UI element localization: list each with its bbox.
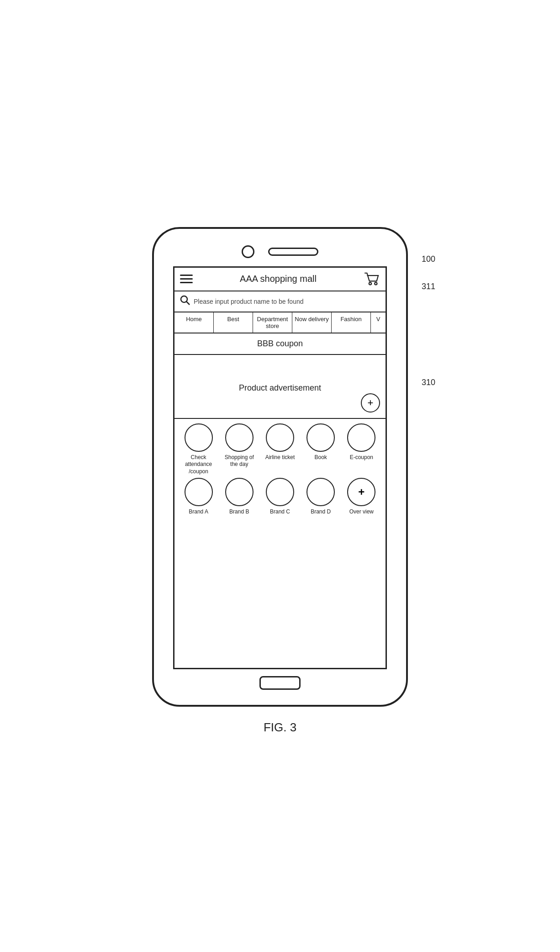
- icon-circle-brand-b: [225, 478, 254, 506]
- icon-overview[interactable]: + Over view: [343, 478, 380, 516]
- add-icon: +: [368, 397, 374, 409]
- icon-circle-check-attendance: [185, 423, 213, 452]
- icon-check-attendance[interactable]: Check attendance /coupon: [180, 423, 217, 476]
- tab-department-store[interactable]: Department store: [253, 312, 292, 333]
- phone-top-area: [154, 243, 406, 261]
- icon-airline-ticket[interactable]: Airline ticket: [261, 423, 299, 461]
- icon-circle-book: [306, 423, 335, 452]
- header-bar: AAA shopping mall: [174, 268, 386, 291]
- tab-more[interactable]: V: [371, 312, 386, 333]
- annotation-310: 310: [422, 378, 435, 387]
- svg-point-0: [369, 282, 371, 285]
- tab-home[interactable]: Home: [174, 312, 214, 333]
- phone-shell: AAA shopping mall: [152, 227, 408, 707]
- icon-circle-shopping-day: [225, 423, 254, 452]
- icon-label-book: Book: [314, 454, 327, 461]
- icon-label-ecoupon: E-coupon: [350, 454, 373, 461]
- annotation-311: 311: [422, 282, 435, 291]
- icon-label-brand-a: Brand A: [189, 508, 208, 516]
- svg-line-3: [186, 301, 190, 305]
- header-title: AAA shopping mall: [240, 274, 317, 284]
- icon-circle-brand-c: [266, 478, 294, 506]
- ad-text: Product advertisement: [239, 383, 321, 393]
- page-wrapper: 100 311 310 AAA shopping mall: [152, 209, 408, 744]
- phone-speaker: [268, 248, 318, 256]
- icon-ecoupon[interactable]: E-coupon: [343, 423, 380, 461]
- ad-area: Product advertisement +: [174, 355, 386, 419]
- tab-fashion[interactable]: Fashion: [332, 312, 371, 333]
- icon-circle-overview: +: [347, 478, 375, 506]
- search-icon: [180, 295, 190, 307]
- icon-book[interactable]: Book: [302, 423, 339, 461]
- icon-label-shopping-day: Shopping of the day: [221, 454, 258, 468]
- cart-icon[interactable]: [364, 272, 380, 286]
- icons-grid: Check attendance /coupon Shopping of the…: [174, 419, 386, 520]
- icon-brand-c[interactable]: Brand C: [261, 478, 299, 516]
- icon-circle-brand-a: [185, 478, 213, 506]
- svg-point-2: [181, 296, 187, 302]
- icon-circle-brand-d: [306, 478, 335, 506]
- annotation-100: 100: [422, 254, 435, 264]
- add-advertisement-button[interactable]: +: [361, 393, 380, 413]
- icon-brand-b[interactable]: Brand B: [221, 478, 258, 516]
- coupon-banner[interactable]: BBB coupon: [174, 333, 386, 355]
- icon-label-brand-b: Brand B: [229, 508, 249, 516]
- phone-camera: [242, 245, 254, 258]
- icon-label-brand-d: Brand D: [311, 508, 331, 516]
- icons-row-2: Brand A Brand B Brand C Brand D: [178, 478, 382, 516]
- icon-brand-d[interactable]: Brand D: [302, 478, 339, 516]
- phone-bottom-area: [154, 675, 406, 691]
- icon-circle-airline-ticket: [266, 423, 294, 452]
- home-button[interactable]: [259, 676, 301, 690]
- icon-label-brand-c: Brand C: [270, 508, 290, 516]
- phone-diagram: 100 311 310 AAA shopping mall: [152, 227, 408, 707]
- icon-brand-a[interactable]: Brand A: [180, 478, 217, 516]
- icon-label-check-attendance: Check attendance /coupon: [180, 454, 217, 476]
- icon-shopping-day[interactable]: Shopping of the day: [221, 423, 258, 468]
- icon-circle-ecoupon: [347, 423, 375, 452]
- tab-best[interactable]: Best: [214, 312, 253, 333]
- icon-label-airline-ticket: Airline ticket: [265, 454, 295, 461]
- search-placeholder-text: Please input product name to be found: [194, 298, 304, 305]
- icons-row-1: Check attendance /coupon Shopping of the…: [178, 423, 382, 476]
- screen: AAA shopping mall: [173, 266, 387, 669]
- coupon-text: BBB coupon: [257, 339, 303, 348]
- icon-label-overview: Over view: [349, 508, 374, 516]
- tab-now-delivery[interactable]: Now delivery: [292, 312, 332, 333]
- hamburger-menu-icon[interactable]: [180, 275, 193, 283]
- figure-caption: FIG. 3: [264, 720, 296, 735]
- svg-point-1: [375, 282, 377, 285]
- nav-tabs: Home Best Department store Now delivery …: [174, 312, 386, 333]
- search-bar[interactable]: Please input product name to be found: [174, 291, 386, 312]
